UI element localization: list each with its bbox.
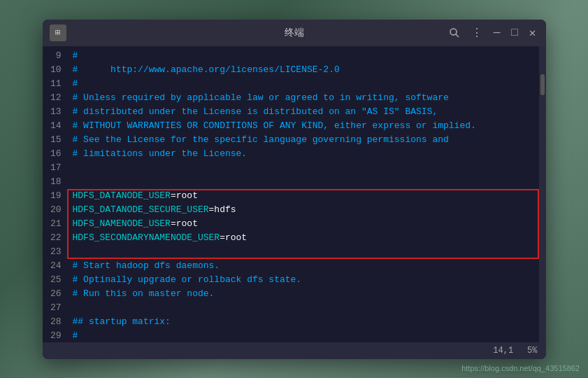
line-number: 20 — [48, 203, 62, 217]
title-bar-controls: ⋮ — □ ✕ — [446, 24, 539, 41]
line-number: 24 — [48, 259, 62, 273]
content-area: 9101112131415161718192021222324252627282… — [43, 46, 546, 342]
status-bar: 14,1 5% — [43, 342, 546, 359]
scrollbar-thumb[interactable] — [540, 74, 545, 95]
terminal-icon: ⊞ — [50, 24, 66, 41]
line-number: 10 — [48, 63, 62, 77]
line-number: 14 — [48, 119, 62, 133]
maximize-button[interactable]: □ — [508, 25, 521, 41]
code-line: HDFS_SECONDARYNAMENODE_USER=root — [73, 231, 533, 245]
code-line: ## startup matrix: — [73, 315, 533, 329]
line-number: 27 — [48, 301, 62, 315]
line-number: 26 — [48, 287, 62, 301]
line-numbers: 9101112131415161718192021222324252627282… — [43, 46, 67, 342]
close-button[interactable]: ✕ — [526, 24, 539, 41]
code-line — [73, 175, 533, 189]
cursor-position: 14,1 — [493, 346, 513, 356]
line-number: 11 — [48, 77, 62, 91]
minimize-button[interactable]: — — [491, 25, 503, 41]
line-number: 22 — [48, 231, 62, 245]
window-title: 终端 — [285, 27, 304, 39]
terminal-window: ⊞ 终端 ⋮ — □ ✕ 910111213141516171819202122… — [43, 20, 546, 359]
title-bar-left: ⊞ — [50, 24, 66, 41]
code-line — [73, 245, 533, 259]
code-line: # distributed under the License is distr… — [73, 105, 533, 119]
menu-button[interactable]: ⋮ — [468, 24, 485, 41]
watermark: https://blog.csdn.net/qq_43515862 — [461, 364, 580, 372]
line-number: 21 — [48, 217, 62, 231]
code-line: # See the License for the specific langu… — [73, 133, 533, 147]
code-line: # Unless required by applicable law or a… — [73, 91, 533, 105]
code-line: # Run this on master node. — [73, 287, 533, 301]
code-line: # — [73, 49, 533, 63]
code-line: # — [73, 329, 533, 342]
code-line: HDFS_NAMENODE_USER=root — [73, 217, 533, 231]
line-number: 12 — [48, 91, 62, 105]
line-number: 16 — [48, 147, 62, 161]
svg-line-1 — [456, 34, 459, 37]
svg-point-0 — [450, 29, 457, 35]
line-number: 25 — [48, 273, 62, 287]
scrollbar[interactable] — [539, 46, 546, 342]
code-area[interactable]: ## http://www.apache.org/licenses/LICENS… — [67, 46, 539, 342]
line-number: 17 — [48, 161, 62, 175]
search-button[interactable] — [446, 26, 463, 40]
code-line: # Start hadoop dfs daemons. — [73, 259, 533, 273]
line-number: 13 — [48, 105, 62, 119]
code-line: # Optinally upgrade or rollback dfs stat… — [73, 273, 533, 287]
code-line: HDFS_DATANODE_SECURE_USER=hdfs — [73, 203, 533, 217]
line-number: 23 — [48, 245, 62, 259]
line-number: 29 — [48, 329, 62, 342]
line-number: 9 — [48, 49, 62, 63]
code-line: # limitations under the License. — [73, 147, 533, 161]
line-number: 28 — [48, 315, 62, 329]
code-line: # — [73, 77, 533, 91]
line-number: 19 — [48, 189, 62, 203]
code-line: HDFS_DATANODE_USER=root — [73, 189, 533, 203]
code-line — [73, 301, 533, 315]
code-line: # http://www.apache.org/licenses/LICENSE… — [73, 63, 533, 77]
line-number: 15 — [48, 133, 62, 147]
scroll-percent: 5% — [527, 346, 537, 356]
code-line: # WITHOUT WARRANTIES OR CONDITIONS OF AN… — [73, 119, 533, 133]
code-line — [73, 161, 533, 175]
title-bar: ⊞ 终端 ⋮ — □ ✕ — [43, 20, 546, 46]
line-number: 18 — [48, 175, 62, 189]
